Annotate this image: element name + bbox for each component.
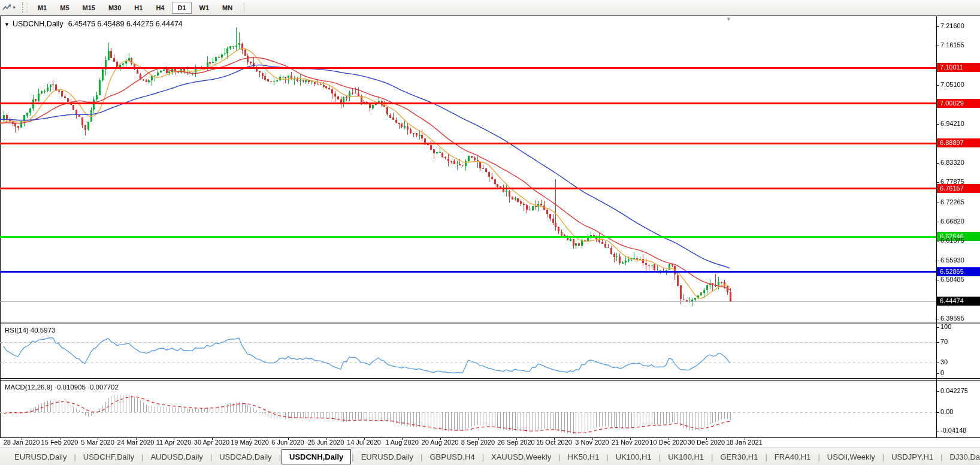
tab-usdcnh-daily[interactable]: USDCNH,Daily (282, 449, 351, 464)
rsi-axis-label: 30 (940, 358, 948, 366)
tab-xauusd-weekly[interactable]: XAUUSD,Weekly (485, 451, 558, 463)
tab-hk50-h1[interactable]: HK50,H1 (561, 451, 606, 463)
tab-usoil-weekly[interactable]: USOil,Weekly (821, 451, 882, 463)
toolbar-grip[interactable] (22, 2, 28, 13)
tab-uk100-h1[interactable]: UK100,H1 (609, 451, 658, 463)
date-label: 21 Nov 2020 (612, 439, 649, 446)
rsi-indicator-label: RSI(14) 40.5973 (5, 327, 55, 334)
chevron-down-icon[interactable]: ▼ (12, 5, 16, 10)
tab-usdjpy-h1[interactable]: USDJPY,H1 (885, 451, 940, 463)
tab-eurusd-daily[interactable]: EURUSD,Daily (8, 451, 73, 463)
date-label: 15 Feb 2020 (41, 439, 78, 446)
price-level-band: 7.00029 (937, 99, 980, 108)
price-axis-label: 6.94210 (940, 120, 964, 127)
price-level-band: 7.10011 (937, 63, 980, 72)
timeframe-buttons: M1M5M15M30H1H4D1W1MN (31, 2, 239, 14)
date-label: 24 Mar 2020 (117, 439, 155, 446)
price-axis-label: 6.50485 (940, 276, 964, 283)
price-axis-label: 6.66820 (940, 218, 964, 225)
price-level-band: 6.88897 (937, 138, 980, 147)
rsi-axis-label: 0 (940, 369, 944, 376)
price-axis-label: 7.21600 (940, 22, 964, 29)
tab-dj30-daily[interactable]: DJ30,Daily (943, 451, 980, 463)
date-label: 14 Jul 2020 (347, 439, 381, 446)
rsi-axis-label: 100 (940, 323, 951, 330)
timeframe-m15[interactable]: M15 (77, 2, 101, 14)
chart-symbol-label: USDCNH,Daily (13, 20, 63, 28)
price-level-band: 6.52865 (937, 267, 980, 276)
price-axis-label: 6.72265 (940, 198, 964, 206)
date-label: 11 Apr 2020 (156, 439, 192, 446)
current-price-band: 6.44474 (937, 297, 980, 306)
timeframe-w1[interactable]: W1 (194, 2, 215, 14)
rsi-axis-label: 70 (940, 338, 948, 345)
macd-values: -0.010905 -0.007702 (55, 384, 119, 391)
chart-title: ▼USDCNH,Daily6.45475 6.45489 6.44275 6.4… (4, 20, 183, 28)
timeframe-m1[interactable]: M1 (32, 2, 52, 14)
date-label: 8 Sep 2020 (461, 439, 495, 446)
date-label: 15 Oct 2020 (536, 439, 572, 446)
macd-indicator-label: MACD(12,26,9) -0.010905 -0.007702 (5, 384, 119, 391)
date-label: 20 Aug 2020 (422, 439, 459, 446)
date-label: 26 Sep 2020 (497, 439, 534, 446)
timeframe-h4[interactable]: H4 (150, 2, 170, 14)
chart-ohlc-values: 6.45475 6.45489 6.44275 6.44474 (68, 20, 183, 28)
chart-shift-marker[interactable]: ▼ (726, 16, 731, 22)
tab-fra40-h1[interactable]: FRA40,H1 (768, 451, 818, 463)
date-label: 10 Dec 2020 (649, 439, 686, 446)
collapse-icon[interactable]: ▼ (4, 22, 10, 28)
price-axis-label: 7.05100 (940, 81, 964, 88)
date-label: 3 Nov 2020 (575, 439, 609, 446)
price-axis-label: 6.83320 (940, 159, 964, 166)
tab-usdcad-daily[interactable]: USDCAD,Daily (213, 451, 278, 463)
toolbar-divider (244, 2, 244, 13)
tab-usdchf-daily[interactable]: USDCHF,Daily (77, 451, 141, 463)
macd-axis-label: 0.042275 (940, 387, 968, 394)
price-axis-label: 6.61375 (940, 237, 964, 244)
tab-audusd-daily[interactable]: AUDUSD,Daily (144, 451, 209, 463)
date-label: 25 Jun 2020 (308, 439, 344, 446)
date-label: 1 Aug 2020 (385, 439, 419, 446)
chart-mode-icon[interactable] (2, 3, 11, 12)
price-axis-label: 6.39595 (940, 315, 964, 322)
tab-uk100-h1[interactable]: UK100,H1 (661, 451, 710, 463)
timeframe-h1[interactable]: H1 (129, 2, 148, 14)
date-label: 18 Jan 2021 (726, 439, 763, 446)
chart-canvas[interactable] (0, 0, 980, 465)
date-label: 30 Apr 2020 (194, 439, 229, 446)
tab-gbpusd-h4[interactable]: GBPUSD,H4 (424, 451, 482, 463)
date-label: 28 Jan 2020 (4, 439, 40, 446)
timeframe-m5[interactable]: M5 (55, 2, 74, 14)
timeframe-mn[interactable]: MN (217, 2, 238, 14)
price-axis-label: 6.55930 (940, 256, 964, 264)
macd-axis-label: -0.04148 (940, 427, 966, 434)
chart-tab-bar: EURUSD,Daily|USDCHF,Daily|AUDUSD,Daily|U… (0, 448, 980, 465)
date-label: 19 May 2020 (231, 439, 269, 446)
date-label: 6 Jun 2020 (271, 439, 304, 446)
trading-terminal: ▼ M1M5M15M30H1H4D1W1MN ▼USDCNH,Daily6.45… (0, 0, 980, 465)
timeframe-toolbar: ▼ M1M5M15M30H1H4D1W1MN (0, 0, 980, 16)
rsi-value: 40.5973 (31, 327, 56, 334)
tab-ger30-h1[interactable]: GER30,H1 (714, 451, 765, 463)
price-level-band: 6.76157 (937, 184, 980, 193)
timeframe-m30[interactable]: M30 (103, 2, 126, 14)
timeframe-d1[interactable]: D1 (172, 2, 191, 14)
price-axis-label: 7.16155 (940, 41, 964, 49)
macd-axis-label: 0.00 (940, 408, 953, 415)
date-label: 5 Mar 2020 (81, 439, 114, 446)
tab-eurusd-daily[interactable]: EURUSD,Daily (355, 451, 420, 463)
date-label: 30 Dec 2020 (688, 439, 725, 446)
